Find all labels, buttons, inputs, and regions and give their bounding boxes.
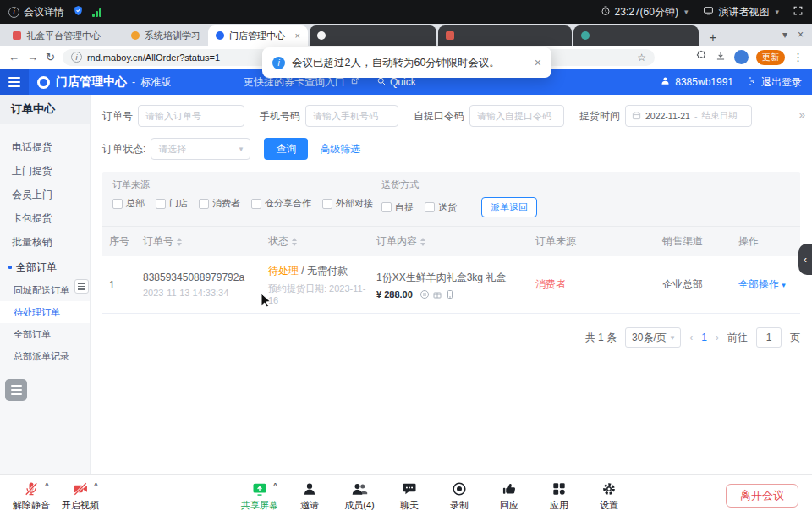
phone-input[interactable] [305,105,398,127]
info-icon: i [8,7,19,18]
sidebar-drag-handle[interactable] [74,279,89,294]
browser-tab-dark[interactable] [438,25,572,46]
shield-check-icon[interactable] [73,5,84,19]
search-button[interactable]: 查询 [264,138,308,160]
hamburger-menu-icon[interactable] [0,69,29,95]
tab-search-icon[interactable]: ▾ [782,29,787,41]
browser-tab-dark[interactable] [573,25,699,46]
sidebar-item-card-pickup[interactable]: 卡包提货 [0,206,90,230]
order-no-input[interactable] [138,105,244,127]
reload-icon[interactable]: ↻ [46,51,55,63]
date-range-picker[interactable]: 2022-11-21 - 结束日期 [625,105,752,127]
chevron-up-icon[interactable]: ^ [273,481,277,490]
reaction-button[interactable]: 回应 [490,480,529,512]
code-input[interactable] [469,105,564,127]
sidebar-item-pending-orders[interactable]: 待处理订单 [0,301,90,323]
goto-page-input[interactable] [756,327,782,348]
browser-tab[interactable]: 系统培训学习 [123,25,208,46]
col-header-status[interactable]: 状态 [261,234,370,249]
site-info-icon[interactable]: i [71,52,82,63]
share-screen-button[interactable]: 共享屏幕 ^ [240,480,279,512]
current-page[interactable]: 1 [701,332,707,343]
side-panel-toggle[interactable]: ‹ [798,244,812,275]
view-mode-switch[interactable]: 演讲者视图 ▾ [703,5,779,19]
sidebar-item-all-orders[interactable]: 全部订单 [0,323,90,345]
toast-close-icon[interactable]: × [535,56,541,69]
chevron-up-icon[interactable]: ^ [45,481,49,490]
status-select[interactable]: 请选择 ▾ [151,138,250,160]
col-header-content[interactable]: 订单内容 [370,234,529,249]
members-button[interactable]: 成员(4) [340,480,379,512]
external-link-icon [350,76,359,88]
apps-button[interactable]: 应用 [540,480,579,512]
sort-icon[interactable] [177,238,182,246]
col-label: 状态 [268,235,288,247]
all-actions-dropdown[interactable]: 全部操作 ▾ [738,278,786,290]
user-account[interactable]: 8385wb1991 [660,75,733,89]
record-button[interactable]: 录制 [440,480,479,512]
page-size-select[interactable]: 30条/页 ▾ [625,327,681,348]
checkbox-icon [322,199,332,209]
filter-row-2: 订单状态: 请选择 ▾ 查询 高级筛选 [102,138,800,160]
unmute-button[interactable]: 解除静音 ^ [12,480,51,512]
logout-button[interactable]: 退出登录 [747,75,802,90]
meeting-timer[interactable]: 23:27(60分钟) ▾ [601,5,689,19]
dispatch-return-button[interactable]: 派单退回 [481,197,537,217]
sort-icon[interactable] [420,238,425,246]
view-mode-text: 演讲者视图 [718,5,769,19]
checkbox-source-store[interactable]: 门店 [156,197,188,210]
collapse-panel-icon[interactable]: » [799,108,805,121]
meeting-detail[interactable]: i 会议详情 [8,5,64,19]
sort-icon[interactable] [292,238,297,246]
checkbox-source-hq[interactable]: 总部 [112,197,145,210]
new-tab-button[interactable]: + [704,27,722,46]
sidebar-item-phone-pickup[interactable]: 电话提货 [0,135,90,159]
chevron-down-icon: ▾ [782,281,786,289]
next-page-button[interactable]: › [716,332,719,343]
checkbox-delivery[interactable]: 送货 [425,201,457,214]
browser-tab-active[interactable]: 门店管理中心 × [208,25,308,46]
start-video-button[interactable]: 开启视频 ^ [61,480,100,512]
tab-close-icon[interactable]: × [295,30,300,41]
col-header-source: 订单来源 [529,234,656,249]
sidebar-group-all-orders[interactable]: 全部订单 [0,255,90,279]
browser-tab[interactable]: 礼盒平台管理中心 [5,25,123,46]
download-icon[interactable] [715,50,727,64]
app-title: 门店管理中心 [56,74,127,90]
settings-button[interactable]: 设置 [590,480,628,512]
chat-button[interactable]: 聊天 [390,480,429,512]
phone-icon [445,289,455,299]
bookmark-star-icon[interactable]: ☆ [637,52,646,63]
invite-button[interactable]: 邀请 [290,480,329,512]
control-label: 邀请 [300,499,319,512]
browser-tab-dark[interactable] [310,25,436,46]
browser-menu-icon[interactable]: ⋮ [793,51,804,63]
meeting-top-bar: i 会议详情 23:27(60分钟) ▾ 演讲者视图 ▾ [0,0,812,24]
sidebar-item-batch-verify[interactable]: 批量核销 [0,230,90,254]
filter-panel: 订单来源 总部 门店 消费者 仓分享合作 外部对接 送货方式 自提 送货 派单退… [102,172,800,256]
profile-avatar[interactable] [734,50,749,64]
col-label: 订单号 [143,235,173,247]
fullscreen-icon[interactable] [793,5,804,19]
app-edition: 标准版 [140,75,171,90]
prev-page-button[interactable]: ‹ [689,332,693,343]
back-icon[interactable]: ← [8,51,19,63]
annotation-toolbox-button[interactable] [5,379,27,401]
extensions-icon[interactable] [695,50,707,64]
sidebar-item-dispatch-records[interactable]: 总部派单记录 [0,345,90,367]
chevron-up-icon[interactable]: ^ [94,481,98,490]
order-created-time: 2023-11-13 14:33:34 [143,288,261,298]
sidebar-item-door-pickup[interactable]: 上门提货 [0,159,90,183]
col-header-order-no[interactable]: 订单号 [136,234,261,249]
forward-icon[interactable]: → [27,51,38,63]
advanced-filter-link[interactable]: 高级筛选 [320,142,360,156]
browser-update-button[interactable]: 更新 [756,50,785,65]
checkbox-source-share[interactable]: 仓分享合作 [251,197,311,210]
checkbox-source-external[interactable]: 外部对接 [322,197,373,210]
checkbox-self-pickup[interactable]: 自提 [381,201,414,214]
leave-meeting-button[interactable]: 离开会议 [726,484,798,508]
checkbox-source-consumer[interactable]: 消费者 [199,197,240,210]
window-close-icon[interactable]: × [798,29,804,41]
code-label: 自提口令码 [414,109,464,124]
sidebar-item-member-visit[interactable]: 会员上门 [0,183,90,206]
